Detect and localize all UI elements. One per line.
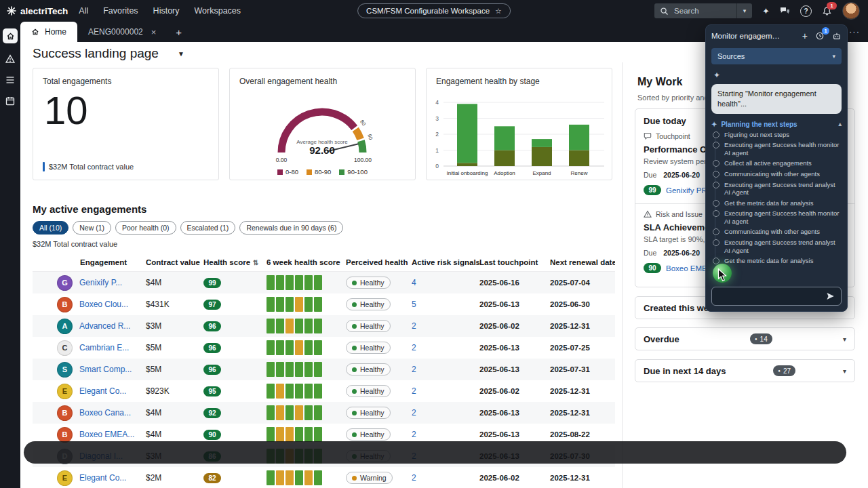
column-header-active-risk-signals[interactable]: Active risk signals — [412, 258, 479, 266]
health-bar — [314, 405, 322, 420]
health-score-badge: 95 — [203, 386, 221, 396]
filter-pill-escalated-1-[interactable]: Escalated (1) — [180, 221, 236, 235]
risk-signals-link[interactable]: 2 — [412, 386, 416, 396]
table-row[interactable]: EElegant Co...$2M82Warning22025-06-02202… — [33, 467, 615, 488]
perceived-health-pill: Healthy — [346, 363, 391, 375]
nav-item-favorites[interactable]: Favorites — [103, 6, 138, 16]
engagement-link[interactable]: Genixify P... — [79, 278, 122, 287]
search-input[interactable] — [673, 6, 731, 16]
ai-agent-orb[interactable] — [713, 264, 732, 283]
tab-record[interactable]: AENG0000002 × — [77, 22, 167, 42]
new-conversation-icon[interactable]: + — [802, 30, 808, 41]
ai-message-input[interactable] — [717, 291, 825, 301]
risk-signals-link[interactable]: 2 — [412, 408, 416, 418]
nav-item-history[interactable]: History — [153, 6, 180, 16]
company-logo: B — [57, 297, 73, 312]
rail-home-button[interactable] — [3, 28, 18, 43]
chevron-down-icon[interactable]: ▾ — [843, 367, 846, 375]
table-row[interactable]: SSmart Comp...$5M96Healthy22025-06-13202… — [33, 359, 615, 380]
column-header-next-renewal-date[interactable]: Next renewal date — [550, 258, 615, 266]
search-scope-dropdown[interactable]: ▾ — [736, 3, 752, 18]
send-button[interactable] — [825, 291, 835, 301]
column-header-6-week-health-score[interactable]: 6 week health score — [267, 258, 346, 266]
agent-robot-icon[interactable] — [832, 31, 842, 41]
tab-home[interactable]: Home — [20, 22, 77, 42]
health-score-badge: 90 — [644, 263, 661, 273]
health-bar — [314, 275, 322, 290]
notifications-button[interactable]: 1 — [822, 6, 832, 16]
column-header-health-score[interactable]: Health score⇅ — [203, 258, 267, 266]
filter-pill-new-1-[interactable]: New (1) — [73, 221, 111, 235]
filter-pill-poor-health-0-[interactable]: Poor health (0) — [115, 221, 176, 235]
table-row[interactable]: BBoxeo Clou...$431K97Healthy52025-06-132… — [33, 293, 615, 315]
perceived-health-pill: Healthy — [346, 277, 391, 289]
health-score-cell: 97 — [203, 300, 267, 310]
engagement-link[interactable]: Elegant Co... — [79, 473, 126, 483]
column-header-contract-value[interactable]: Contract value — [146, 258, 203, 266]
nav-item-all[interactable]: All — [79, 6, 88, 16]
health-bar — [314, 297, 322, 312]
engagement-link[interactable]: Cambrian E... — [79, 343, 129, 352]
new-tab-button[interactable]: + — [167, 26, 191, 38]
chevron-down-icon[interactable]: ▾ — [843, 336, 846, 343]
legend-swatch — [277, 169, 283, 175]
engagement-link[interactable]: Boxeo EMEA... — [79, 430, 134, 439]
overdue-card[interactable]: Overdue ● 14 ▾ — [635, 327, 855, 350]
column-header-perceived-health[interactable]: Perceived health — [346, 258, 412, 266]
tab-overflow-menu[interactable]: ··· — [849, 26, 868, 42]
column-header-last-touchpoint[interactable]: Last touchpoint — [479, 258, 550, 266]
risk-signals-link[interactable]: 5 — [412, 300, 416, 309]
alerts-icon[interactable] — [5, 54, 16, 64]
health-bar — [285, 297, 294, 312]
svg-text:2: 2 — [435, 131, 439, 138]
favorite-star-icon[interactable]: ☆ — [495, 7, 502, 16]
user-avatar[interactable] — [842, 2, 860, 20]
ai-plan-header[interactable]: ✦ Planning the next steps ▴ — [711, 121, 842, 128]
health-dot — [352, 302, 357, 307]
engagement-link[interactable]: Elegant Co... — [79, 386, 126, 396]
risk-signals-link[interactable]: 2 — [412, 430, 416, 439]
engagement-link[interactable]: Smart Comp... — [79, 365, 132, 374]
health-bar — [276, 297, 284, 312]
risk-signals-link[interactable]: 2 — [412, 365, 416, 374]
table-row[interactable]: AAdvanced R...$3M96Healthy22025-06-02202… — [33, 315, 615, 337]
risk-signals-link[interactable]: 2 — [412, 321, 416, 331]
history-button[interactable]: 1 — [815, 31, 825, 41]
close-tab-icon[interactable]: × — [151, 27, 157, 37]
table-row[interactable]: EElegant Co...$923K95Healthy22025-06-022… — [33, 380, 615, 402]
column-label: Last touchpoint — [479, 258, 538, 266]
help-icon[interactable]: ? — [800, 5, 812, 17]
engagement-link[interactable]: Advanced R... — [79, 321, 130, 331]
planner-icon[interactable] — [5, 96, 16, 106]
risk-signals-link[interactable]: 2 — [412, 473, 416, 483]
ai-sparkle-icon[interactable]: ✦ — [762, 6, 770, 16]
step-status-icon — [713, 160, 719, 167]
sort-icon[interactable]: ⇅ — [253, 259, 258, 266]
health-bars — [267, 340, 322, 355]
risk-signals-link[interactable]: 4 — [412, 278, 416, 287]
health-bar — [304, 384, 313, 399]
ai-sparkle-icon: ✦ — [713, 70, 842, 80]
table-row[interactable]: GGenixify P...$4M99Healthy42025-06-16202… — [33, 272, 615, 293]
table-row[interactable]: BBoxeo Cana...$4M92Healthy22025-06-13202… — [33, 402, 615, 424]
health-dot — [352, 346, 357, 350]
page-dropdown-caret-icon[interactable]: ▼ — [178, 50, 184, 58]
column-header-engagement[interactable]: Engagement — [33, 258, 146, 266]
engagement-link[interactable]: Boxeo Cana... — [79, 408, 131, 418]
engagement-link[interactable]: Boxeo Clou... — [79, 300, 128, 309]
chevron-up-icon[interactable]: ▴ — [838, 121, 842, 127]
page-header: Success landing page ▼ — [33, 46, 184, 61]
nav-item-workspaces[interactable]: Workspaces — [195, 6, 241, 16]
brand-logo[interactable]: alectriTech — [0, 6, 79, 16]
filter-pill-renewals-due-in-90-days-6-[interactable]: Renewals due in 90 days (6) — [239, 221, 343, 235]
filter-pill-all-10-[interactable]: All (10) — [33, 221, 68, 235]
table-row[interactable]: CCambrian E...$5M96Healthy22025-06-13202… — [33, 337, 615, 359]
due-next-14-days-card[interactable]: Due in next 14 days ● 27 ▾ — [635, 359, 855, 382]
lists-icon[interactable] — [5, 75, 16, 85]
risk-signals-link[interactable]: 2 — [412, 343, 416, 352]
agent-chat-icon[interactable] — [780, 7, 790, 16]
workspace-switcher[interactable]: CSM/FSM Configurable Workspace ☆ — [357, 3, 511, 18]
sources-dropdown[interactable]: Sources ▾ — [711, 48, 842, 64]
health-bar — [276, 275, 284, 290]
company-logo: A — [57, 319, 73, 334]
